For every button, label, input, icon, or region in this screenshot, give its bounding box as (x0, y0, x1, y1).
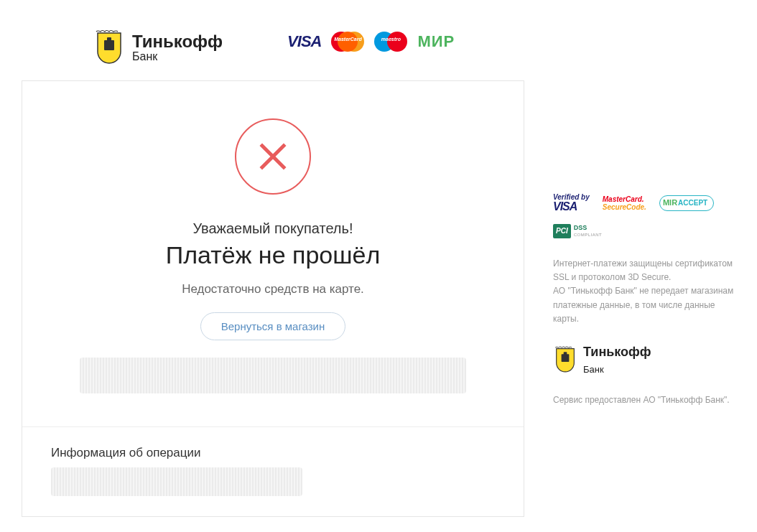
mastercard-securecode-icon: MasterCard. SecureCode. (603, 195, 646, 211)
error-icon (233, 117, 312, 196)
sidebar-bank-subtitle: Банк (583, 363, 651, 378)
sidebar-bank-logo: Тинькофф Банк (553, 342, 735, 378)
result-reason: Недостаточно средств на карте. (51, 282, 495, 297)
greeting-text: Уважаемый покупатель! (51, 220, 495, 237)
verified-by-visa-icon: Verified by VISA (553, 194, 590, 213)
result-title: Платёж не прошёл (51, 241, 495, 269)
mastercard-logo-icon: MasterCard (331, 32, 364, 52)
maestro-logo-icon: maestro (374, 32, 407, 52)
payment-system-logos: VISA MasterCard maestro МИР (287, 29, 455, 52)
svg-rect-4 (564, 352, 567, 355)
redacted-content (51, 467, 302, 496)
svg-rect-3 (562, 354, 570, 362)
tinkoff-shield-icon (553, 345, 577, 374)
mir-logo-icon: МИР (417, 32, 455, 51)
tinkoff-shield-icon (93, 29, 125, 66)
redacted-content (80, 358, 466, 393)
security-badges: Verified by VISA MasterCard. SecureCode.… (553, 194, 735, 238)
svg-rect-1 (107, 37, 111, 42)
bank-subtitle: Банк (132, 50, 223, 63)
mir-accept-icon: MIRACCEPT (659, 195, 714, 211)
payment-result-card: Уважаемый покупатель! Платёж не прошёл Н… (22, 80, 524, 517)
service-provider-text: Сервис предоставлен АО "Тинькофф Банк". (553, 393, 735, 407)
bank-logo: Тинькофф Банк (93, 29, 223, 66)
pci-dss-icon: PCI DSSCOMPLIANT (553, 224, 602, 238)
operation-info-label: Информация об операции (51, 446, 495, 460)
return-to-shop-button[interactable]: Вернуться в магазин (200, 312, 346, 340)
svg-rect-0 (104, 40, 114, 50)
operation-info-section: Информация об операции (22, 426, 524, 516)
sidebar-bank-name: Тинькофф (583, 342, 651, 363)
security-disclaimer: Интернет-платежи защищены сертификатом S… (553, 257, 735, 326)
bank-name: Тинькофф (132, 32, 223, 52)
page-header: Тинькофф Банк VISA MasterCard maestro МИ… (22, 29, 524, 80)
visa-logo-icon: VISA (287, 32, 321, 51)
security-sidebar: Verified by VISA MasterCard. SecureCode.… (553, 29, 735, 517)
